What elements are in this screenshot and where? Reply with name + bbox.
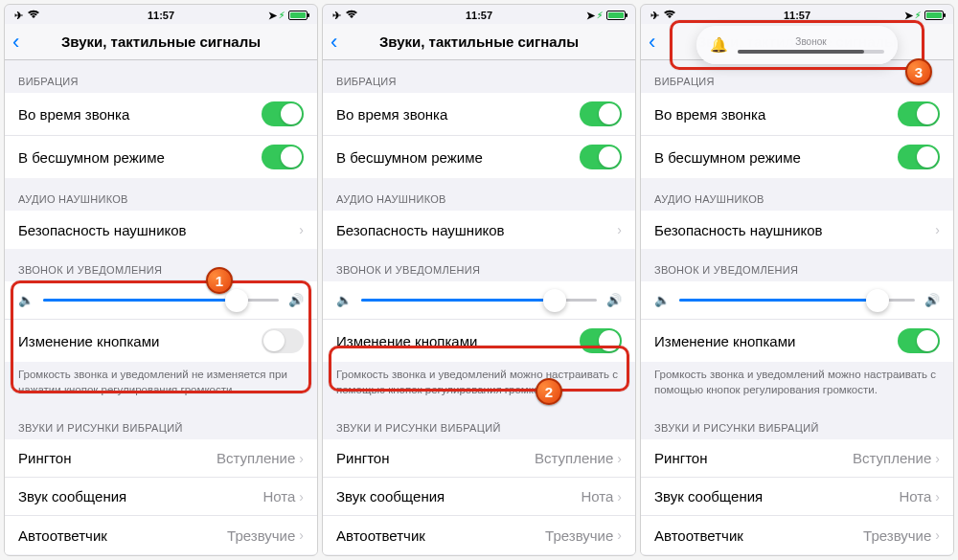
- battery-icon: [606, 11, 626, 20]
- ringer-volume-slider[interactable]: [679, 299, 915, 302]
- chevron-right-icon: ›: [299, 222, 304, 237]
- row-headphone-safety[interactable]: Безопасность наушников ›: [5, 211, 317, 249]
- badge-1: 1: [206, 267, 233, 294]
- status-time: 11:57: [5, 10, 317, 21]
- chevron-right-icon: ›: [935, 489, 940, 504]
- chevron-right-icon: ›: [617, 222, 622, 237]
- volume-high-icon: 🔊: [924, 293, 940, 307]
- ringer-volume-slider[interactable]: [361, 299, 597, 302]
- row-vibrate-silent: В бесшумном режиме: [641, 136, 953, 178]
- switch-vibrate-ring[interactable]: [898, 101, 940, 126]
- row-change-buttons: Изменение кнопками: [5, 320, 317, 362]
- row-voicemail[interactable]: Автоответчик Трезвучие›: [323, 516, 635, 554]
- badge-3: 3: [905, 58, 932, 85]
- switch-vibrate-ring[interactable]: [262, 101, 304, 126]
- chevron-right-icon: ›: [935, 451, 940, 466]
- chevron-right-icon: ›: [617, 527, 622, 543]
- chevron-right-icon: ›: [299, 527, 304, 543]
- section-vibration-header: ВИБРАЦИЯ: [5, 60, 317, 93]
- nav-title: Звуки, тактильные сигналы: [61, 34, 261, 50]
- ringer-footer-note: Громкость звонка и уведомлений не изменя…: [5, 362, 317, 407]
- nav-bar: ‹ Звуки, тактильные сигналы: [5, 24, 317, 60]
- switch-vibrate-silent[interactable]: [262, 145, 304, 169]
- chevron-right-icon: ›: [617, 451, 622, 466]
- status-bar: ✈ 11:57 ➤ ⚡︎: [641, 5, 953, 24]
- chevron-right-icon: ›: [299, 489, 304, 504]
- back-button[interactable]: ‹: [331, 32, 337, 53]
- section-ringer-header: ЗВОНОК И УВЕДОМЛЕНИЯ: [5, 249, 317, 281]
- row-text-tone[interactable]: Звук сообщения Нота›: [5, 478, 317, 516]
- status-time: 11:57: [323, 10, 635, 21]
- volume-low-icon: 🔈: [336, 293, 352, 307]
- volume-low-icon: 🔈: [654, 293, 670, 307]
- switch-vibrate-silent[interactable]: [580, 145, 622, 169]
- section-headphones-header: АУДИО НАУШНИКОВ: [5, 178, 317, 211]
- chevron-right-icon: ›: [935, 527, 940, 543]
- screen-1: ✈ 11:57 ➤ ⚡︎ ‹ Звуки, тактильные сигналы…: [4, 4, 318, 556]
- nav-title: Звуки, тактильные сигналы: [379, 34, 579, 50]
- row-headphone-safety[interactable]: Безопасность наушников ›: [323, 211, 635, 249]
- row-ringtone[interactable]: Рингтон Вступление›: [5, 439, 317, 478]
- volume-low-icon: 🔈: [18, 293, 34, 307]
- switch-vibrate-ring[interactable]: [580, 101, 622, 126]
- row-vibrate-ring: Во время звонка: [5, 93, 317, 136]
- volume-hud-title: Звонок: [795, 36, 826, 47]
- row-vibrate-ring: Во время звонка: [641, 93, 953, 136]
- row-change-buttons: Изменение кнопками: [641, 320, 953, 362]
- chevron-right-icon: ›: [299, 451, 304, 466]
- switch-change-buttons[interactable]: [580, 328, 622, 353]
- switch-vibrate-silent[interactable]: [898, 145, 940, 169]
- battery-icon: [924, 11, 944, 20]
- battery-icon: [288, 11, 308, 20]
- status-bar: ✈ 11:57 ➤ ⚡︎: [5, 5, 317, 24]
- status-bar: ✈ 11:57 ➤ ⚡︎: [323, 5, 635, 24]
- row-vibrate-ring: Во время звонка: [323, 93, 635, 136]
- row-headphone-safety[interactable]: Безопасность наушников ›: [641, 211, 953, 249]
- nav-bar: ‹ Звуки, тактильные сигналы: [323, 24, 635, 60]
- volume-high-icon: 🔊: [606, 293, 622, 307]
- switch-change-buttons[interactable]: [262, 328, 304, 353]
- screen-2: ✈ 11:57 ➤ ⚡︎ ‹ Звуки, тактильные сигналы…: [322, 4, 636, 556]
- volume-hud: 🔔 Звонок: [696, 26, 898, 64]
- ringer-volume-slider-row: 🔈 🔊: [5, 281, 317, 320]
- row-ringtone[interactable]: Рингтон Вступление›: [641, 439, 953, 478]
- switch-change-buttons[interactable]: [898, 328, 940, 353]
- badge-2: 2: [536, 378, 562, 405]
- bell-icon: 🔔: [710, 36, 728, 54]
- back-button[interactable]: ‹: [12, 32, 19, 53]
- row-vibrate-silent: В бесшумном режиме: [5, 136, 317, 178]
- row-ringtone[interactable]: Рингтон Вступление›: [323, 439, 635, 478]
- ringer-volume-slider-row: 🔈 🔊: [323, 281, 635, 320]
- row-voicemail[interactable]: Автоответчик Трезвучие›: [641, 516, 953, 554]
- chevron-right-icon: ›: [935, 222, 940, 237]
- section-sounds-header: ЗВУКИ И РИСУНКИ ВИБРАЦИЙ: [5, 407, 317, 439]
- row-voicemail[interactable]: Автоответчик Трезвучие›: [5, 516, 317, 554]
- volume-high-icon: 🔊: [288, 293, 304, 307]
- screen-3: ✈ 11:57 ➤ ⚡︎ ‹ Звуки, тактильные сигналы…: [640, 4, 954, 556]
- row-change-buttons: Изменение кнопками: [323, 320, 635, 362]
- ringer-volume-slider[interactable]: [43, 299, 279, 302]
- ringer-volume-slider-row: 🔈 🔊: [641, 281, 953, 320]
- status-time: 11:57: [641, 10, 953, 21]
- row-vibrate-silent: В бесшумном режиме: [323, 136, 635, 178]
- row-text-tone[interactable]: Звук сообщения Нота›: [641, 478, 953, 516]
- volume-hud-bar: [738, 50, 884, 54]
- back-button[interactable]: ‹: [649, 32, 655, 53]
- row-text-tone[interactable]: Звук сообщения Нота›: [323, 478, 635, 516]
- chevron-right-icon: ›: [617, 489, 622, 504]
